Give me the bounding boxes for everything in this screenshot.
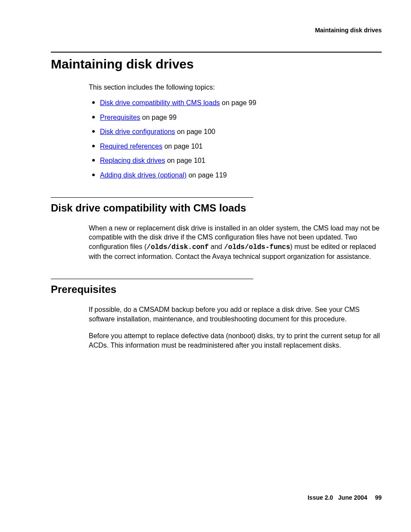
text-fragment: and — [209, 243, 224, 250]
link-disk-config[interactable]: Disk drive configurations — [100, 128, 175, 135]
link-replacing-drives[interactable]: Replacing disk drives — [100, 157, 165, 164]
link-adding-drives[interactable]: Adding disk drives (optional) — [100, 171, 187, 179]
link-suffix: on page 99 — [140, 114, 177, 121]
prereq-paragraph-1: If possible, do a CMSADM backup before y… — [89, 305, 382, 324]
prereq-paragraph-2: Before you attempt to replace defective … — [89, 331, 382, 350]
link-required-refs[interactable]: Required references — [100, 143, 162, 150]
list-item: Disk drive compatibility with CMS loads … — [92, 98, 382, 108]
link-suffix: on page 101 — [165, 157, 205, 164]
section-title-compat: Disk drive compatibility with CMS loads — [51, 202, 382, 214]
link-disk-compat[interactable]: Disk drive compatibility with CMS loads — [100, 99, 220, 106]
running-header: Maintaining disk drives — [315, 27, 382, 34]
page-title: Maintaining disk drives — [51, 57, 382, 72]
footer-issue: Issue 2.0 — [308, 494, 333, 501]
list-item: Prerequisites on page 99 — [92, 113, 382, 122]
code-path-2: /olds/olds-funcs — [224, 243, 290, 251]
link-prerequisites[interactable]: Prerequisites — [100, 114, 140, 121]
page-container: Maintaining disk drives Maintaining disk… — [0, 0, 411, 532]
list-item: Replacing disk drives on page 101 — [92, 156, 382, 165]
list-item: Disk drive configurations on page 100 — [92, 127, 382, 137]
intro-text: This section includes the following topi… — [89, 84, 382, 91]
topic-list: Disk drive compatibility with CMS loads … — [92, 98, 382, 180]
footer-page-number: 99 — [375, 494, 382, 501]
link-suffix: on page 99 — [220, 99, 256, 106]
section-title-prereq: Prerequisites — [51, 283, 382, 296]
compat-paragraph: When a new or replacement disk drive is … — [89, 224, 382, 261]
section-rule-compat — [51, 197, 253, 198]
footer-date: June 2004 — [338, 494, 367, 501]
list-item: Adding disk drives (optional) on page 11… — [92, 171, 382, 180]
link-suffix: on page 101 — [162, 143, 202, 150]
list-item: Required references on page 101 — [92, 142, 382, 151]
title-rule — [51, 52, 382, 53]
link-suffix: on page 119 — [187, 171, 227, 179]
link-suffix: on page 100 — [175, 128, 215, 135]
code-path-1: /olds/disk.conf — [146, 243, 209, 251]
page-footer: Issue 2.0 June 2004 99 — [308, 494, 382, 501]
section-rule-prereq — [51, 279, 253, 279]
